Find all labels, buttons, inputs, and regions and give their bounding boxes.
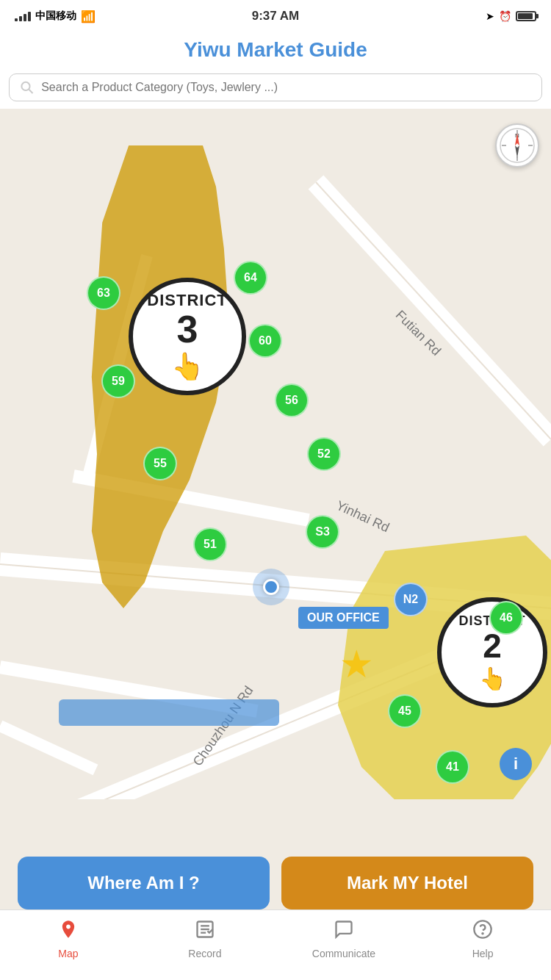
- alarm-icon: ⏰: [499, 10, 511, 22]
- mark-hotel-button[interactable]: Mark MY Hotel: [281, 857, 533, 909]
- district-2-cursor: 👆: [479, 666, 506, 691]
- district-3-button[interactable]: DISTRICT 3 👆: [129, 278, 246, 395]
- road-label-chouzhou: Chouzhou N Rd: [190, 683, 257, 769]
- compass: N: [495, 123, 539, 167]
- tab-record[interactable]: Record: [176, 919, 234, 959]
- district-3-number: 3: [177, 310, 198, 348]
- tab-record-icon: [195, 919, 215, 945]
- star-marker: ★: [339, 645, 374, 683]
- svg-line-3: [316, 182, 551, 439]
- bottom-banner: [59, 699, 279, 726]
- svg-line-2: [316, 182, 551, 439]
- svg-point-0: [21, 82, 29, 90]
- district-2-number: 2: [483, 629, 502, 663]
- marker-55[interactable]: 55: [143, 447, 177, 480]
- marker-60[interactable]: 60: [248, 324, 282, 358]
- marker-51[interactable]: 51: [193, 527, 227, 561]
- search-icon: [20, 80, 34, 95]
- marker-64[interactable]: 64: [234, 261, 267, 295]
- marker-45[interactable]: 45: [388, 694, 422, 728]
- signal-icon: [15, 11, 31, 21]
- office-label[interactable]: OUR OFFICE: [298, 607, 389, 629]
- marker-46[interactable]: 46: [489, 601, 523, 635]
- status-right: ➤ ⏰: [486, 10, 536, 22]
- tab-help-icon: [472, 919, 493, 945]
- tab-communicate-label: Communicate: [312, 948, 375, 959]
- marker-41[interactable]: 41: [436, 750, 469, 784]
- status-time: 9:37 AM: [252, 9, 300, 24]
- info-icon: i: [514, 754, 518, 774]
- where-am-i-button[interactable]: Where Am I ?: [18, 857, 270, 909]
- tab-help[interactable]: Help: [453, 919, 512, 959]
- location-dot: [253, 569, 289, 605]
- tab-bar: Map Record Communicate: [0, 909, 551, 980]
- tab-communicate[interactable]: Communicate: [312, 919, 375, 959]
- tab-help-label: Help: [472, 948, 494, 959]
- status-bar: 中国移动 📶 9:37 AM ➤ ⏰: [0, 0, 551, 32]
- district-3-cursor: 👆: [171, 351, 204, 382]
- title-bar: Yiwu Market Guide: [0, 32, 551, 69]
- road-label-yinhai: Yinhai Rd: [334, 498, 392, 536]
- svg-line-10: [0, 726, 96, 770]
- search-input-wrapper[interactable]: [9, 73, 542, 101]
- road-label-futian: Futian Rd: [392, 307, 444, 359]
- marker-n2[interactable]: N2: [394, 583, 428, 616]
- marker-s3[interactable]: S3: [306, 515, 339, 549]
- tab-map[interactable]: Map: [39, 919, 98, 959]
- marker-52[interactable]: 52: [307, 437, 341, 471]
- carrier-info: 中国移动 📶: [15, 10, 96, 24]
- tab-communicate-icon: [334, 919, 354, 945]
- battery-fill: [518, 13, 533, 19]
- location-dot-inner: [263, 579, 279, 595]
- bottom-buttons: Where Am I ? Mark MY Hotel: [0, 857, 551, 909]
- marker-59[interactable]: 59: [101, 364, 135, 398]
- marker-63[interactable]: 63: [87, 276, 120, 310]
- tab-map-icon: [58, 919, 79, 945]
- marker-56[interactable]: 56: [275, 383, 309, 417]
- search-input[interactable]: [41, 81, 531, 94]
- tab-record-label: Record: [188, 948, 221, 959]
- location-icon: ➤: [486, 10, 494, 22]
- tab-map-label: Map: [58, 948, 78, 959]
- carrier-label: 中国移动: [35, 10, 76, 23]
- wifi-icon: 📶: [81, 10, 96, 24]
- info-button[interactable]: i: [500, 748, 532, 780]
- battery-icon: [516, 11, 536, 21]
- app-title: Yiwu Market Guide: [184, 38, 367, 61]
- svg-line-1: [29, 90, 32, 93]
- map-container[interactable]: Futian Rd Yinhai Rd Chouzhou N Rd DISTRI…: [0, 109, 551, 799]
- search-bar[interactable]: [0, 69, 551, 109]
